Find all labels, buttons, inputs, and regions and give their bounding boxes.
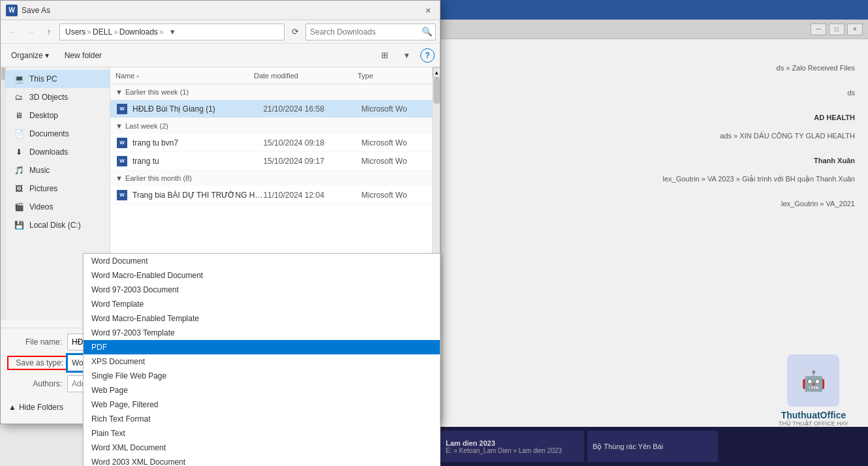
sidebar-item-local-disk[interactable]: 💾 Local Disk (C:) [6, 216, 110, 234]
new-folder-button[interactable]: New folder [59, 47, 107, 64]
view-dropdown-button[interactable]: ▾ [398, 47, 415, 64]
save-type-dropdown-menu: Word Document Word Macro-Enabled Documen… [83, 253, 441, 466]
taskbar-item-2[interactable]: Bộ Thùng rác Yên Bái [587, 431, 718, 462]
organize-label: Organize [11, 51, 43, 60]
wb-close[interactable]: × [847, 23, 863, 35]
dialog-close-button[interactable]: × [422, 4, 435, 17]
logo-sub: THỦ THUẬT OFFICE HAY [779, 420, 848, 427]
help-button[interactable]: ? [420, 48, 435, 63]
file-type-trang-bvn7: Microsoft Wo [362, 138, 427, 148]
breadcrumb-sep2: » [114, 27, 118, 37]
desktop-icon: 🖥 [14, 110, 24, 121]
dropdown-item-plain-text[interactable]: Plain Text [84, 426, 440, 441]
dropdown-item-web-filtered[interactable]: Web Page, Filtered [84, 397, 440, 412]
bg-item: Thanh Xuân [662, 151, 855, 170]
dropdown-item-word-macro-template[interactable]: Word Macro-Enabled Template [84, 311, 440, 326]
taskbar-item-1[interactable]: Lam dien 2023 E: » Ketoan_Lam Dien » Lam… [441, 431, 584, 462]
dialog-toolbar: Organize ▾ New folder ⊞ ▾ ? [1, 44, 440, 67]
bg-right-items: ds » Zalo Received Files ds AD HEALTH ad… [662, 59, 855, 213]
refresh-button[interactable]: ⟳ [287, 24, 303, 40]
documents-icon: 📄 [14, 129, 24, 139]
hide-folders-button[interactable]: ▲ Hide Folders [8, 403, 63, 412]
dropdown-item-xps[interactable]: XPS Document [84, 354, 440, 369]
file-type-trang-tu: Microsoft Wo [362, 157, 427, 166]
dropdown-item-word-xml[interactable]: Word XML Document [84, 441, 440, 455]
dropdown-item-word-97-2003[interactable]: Word 97-2003 Document [84, 283, 440, 297]
sidebar-label-pictures: Pictures [29, 184, 57, 193]
col-header-type[interactable]: Type [358, 72, 427, 80]
group-earlier-this-week[interactable]: ▼ Earlier this week (1) [110, 84, 432, 100]
logo-text: ThuthuatOffice [779, 410, 848, 420]
dropdown-item-word-macro[interactable]: Word Macro-Enabled Document [84, 268, 440, 283]
downloads-icon: ⬇ [14, 147, 24, 157]
dropdown-item-word-template[interactable]: Word Template [84, 297, 440, 311]
sidebar-item-downloads[interactable]: ⬇ Downloads [6, 143, 110, 161]
file-icon-word-4: W [116, 189, 129, 202]
taskbar-item-1-title: Lam dien 2023 [446, 439, 579, 447]
group-earlier-month[interactable]: ▼ Earlier this month (8) [110, 170, 432, 186]
col-header-date[interactable]: Date modified [254, 72, 358, 80]
file-item-trang-bia[interactable]: W Trang bia BÀI DỰ THI TRƯỜNG HỌC HAN...… [110, 186, 432, 204]
file-item-trang-tu-bvn7[interactable]: W trang tu bvn7 15/10/2024 09:18 Microso… [110, 134, 432, 152]
dropdown-item-pdf[interactable]: PDF [84, 340, 440, 354]
pictures-icon: 🖼 [14, 183, 24, 194]
file-name-trang-bvn7: trang tu bvn7 [132, 138, 263, 148]
dropdown-item-word-97-2003-template[interactable]: Word 97-2003 Template [84, 326, 440, 340]
sidebar-item-this-pc[interactable]: 💻 This PC [6, 70, 110, 88]
wb-minimize[interactable]: ─ [811, 23, 826, 35]
dialog-title: Save As [22, 6, 50, 15]
sidebar-label-desktop: Desktop [29, 111, 58, 120]
file-date-trang-tu: 15/10/2024 09:17 [263, 157, 361, 166]
hide-folders-icon: ▲ [8, 403, 16, 412]
dialog-titlebar: W Save As × [1, 1, 440, 20]
this-pc-icon: 💻 [14, 74, 24, 84]
view-button[interactable]: ⊞ [376, 47, 393, 64]
file-item-hdld-bui[interactable]: W HĐLĐ Bùi Thị Giang (1) 21/10/2024 16:5… [110, 100, 432, 118]
group-earlier-month-label: Earlier this month (8) [125, 174, 192, 182]
file-icon-word-2: W [116, 136, 129, 149]
breadcrumb-dropdown-btn[interactable]: ▾ [168, 27, 178, 37]
search-input[interactable] [306, 27, 418, 37]
sidebar-label-documents: Documents [29, 129, 69, 138]
bg-right-content: ds » Zalo Received Files ds AD HEALTH ad… [437, 39, 868, 466]
search-icon-button[interactable]: 🔍 [418, 24, 435, 40]
sidebar-label-3d: 3D Objects [29, 93, 68, 102]
back-button[interactable]: ← [5, 24, 20, 40]
forward-button[interactable]: → [23, 24, 39, 40]
scroll-up-btn[interactable]: ▲ [433, 67, 440, 78]
sidebar-item-documents[interactable]: 📄 Documents [6, 125, 110, 143]
sidebar-label-this-pc: This PC [29, 74, 57, 84]
col-header-name[interactable]: Name ▾ [116, 72, 254, 80]
dropdown-item-word-doc[interactable]: Word Document [84, 254, 440, 268]
bg-item: ads » XIN DẤU CÔNG TY GLAD HEALTH [662, 127, 855, 145]
breadcrumb-dell: DELL [93, 27, 112, 37]
dropdown-item-rtf[interactable]: Rich Text Format [84, 412, 440, 426]
sidebar-item-desktop[interactable]: 🖥 Desktop [6, 106, 110, 125]
dropdown-item-word-2003-xml[interactable]: Word 2003 XML Document [84, 455, 440, 466]
logo-icon: 🤖 [787, 354, 839, 407]
taskbar: Lam dien 2023 E: » Ketoan_Lam Dien » Lam… [437, 427, 868, 466]
file-date-trang-bia: 11/10/2024 12:04 [263, 191, 361, 200]
sidebar-item-videos[interactable]: 🎬 Videos [6, 198, 110, 216]
file-type-trang-bia: Microsoft Wo [362, 191, 427, 200]
sidebar-item-music[interactable]: 🎵 Music [6, 161, 110, 179]
sidebar-item-3d-objects[interactable]: 🗂 3D Objects [6, 88, 110, 106]
wb-restore[interactable]: □ [829, 23, 845, 35]
file-name-hdld: HĐLĐ Bùi Thị Giang (1) [132, 104, 263, 114]
file-item-trang-tu[interactable]: W trang tu 15/10/2024 09:17 Microsoft Wo [110, 152, 432, 170]
sidebar-label-downloads: Downloads [29, 148, 68, 157]
up-button[interactable]: ↑ [41, 24, 57, 40]
breadcrumb[interactable]: Users » DELL » Downloads » ▾ [59, 23, 285, 40]
search-box: 🔍 [305, 23, 436, 40]
group-last-week[interactable]: ▼ Last week (2) [110, 118, 432, 134]
group-lastweek-collapse: ▼ [116, 122, 123, 130]
videos-icon: 🎬 [14, 202, 24, 212]
organize-button[interactable]: Organize ▾ [6, 47, 54, 64]
dropdown-item-web-page[interactable]: Web Page [84, 383, 440, 397]
sort-icon: ▾ [136, 74, 139, 80]
sidebar-label-music: Music [29, 166, 50, 175]
save-type-label: Save as type: [8, 357, 67, 369]
dropdown-item-single-web[interactable]: Single File Web Page [84, 369, 440, 383]
sidebar-item-pictures[interactable]: 🖼 Pictures [6, 179, 110, 198]
sidebar-scroll-thumb [1, 67, 5, 80]
